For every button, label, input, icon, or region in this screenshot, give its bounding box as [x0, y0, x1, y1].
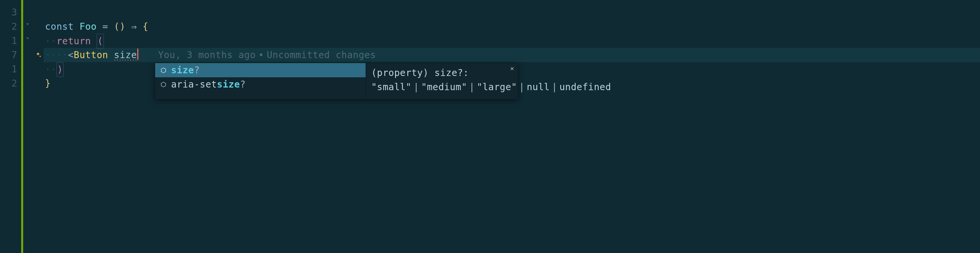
fold-gutter[interactable]	[23, 0, 32, 253]
autocomplete-list[interactable]: size? aria-setsize?	[155, 63, 366, 99]
autocomplete-popup[interactable]: size? aria-setsize? × (property) size?: …	[155, 63, 518, 100]
line-number: 7	[0, 48, 21, 62]
line-number: 2	[0, 19, 21, 34]
fold-toggle[interactable]	[23, 34, 32, 48]
inline-action-gutter	[32, 0, 44, 253]
code-line[interactable]: ····<Button sizeYou, 3 months ago•Uncomm…	[44, 48, 980, 62]
line-number: 3	[0, 5, 21, 19]
autocomplete-item-label: size?	[171, 63, 200, 77]
code-line[interactable]: ··return (	[44, 34, 980, 48]
sparkle-icon[interactable]	[34, 52, 42, 59]
cube-icon	[160, 81, 167, 88]
line-number: 1	[0, 62, 21, 76]
autocomplete-doc: × (property) size?: "small"|"medium"|"la…	[366, 63, 518, 99]
autocomplete-item[interactable]: aria-setsize?	[155, 77, 366, 92]
text-cursor	[137, 49, 138, 60]
code-area[interactable]: const Foo = () ⇒ { ··return ( ····<Butto…	[44, 0, 980, 253]
fold-cell	[23, 5, 32, 19]
fold-cell	[23, 62, 32, 76]
code-editor[interactable]: 3 2 1 7 1 2	[0, 0, 980, 253]
fold-toggle[interactable]	[23, 19, 32, 34]
line-number: 1	[0, 34, 21, 48]
cube-icon	[160, 67, 167, 74]
line-number: 2	[0, 76, 21, 90]
autocomplete-item[interactable]: size?	[155, 63, 366, 77]
code-line[interactable]: const Foo = () ⇒ {	[44, 19, 980, 34]
fold-cell	[23, 48, 32, 62]
git-blame-inline: You, 3 months ago•Uncommitted changes	[158, 49, 376, 60]
git-change-ruler	[21, 0, 23, 253]
fold-cell	[23, 76, 32, 90]
close-icon[interactable]: ×	[509, 65, 516, 72]
code-line[interactable]	[44, 5, 980, 19]
line-number-gutter: 3 2 1 7 1 2	[0, 0, 21, 253]
autocomplete-item-label: aria-setsize?	[171, 77, 246, 92]
